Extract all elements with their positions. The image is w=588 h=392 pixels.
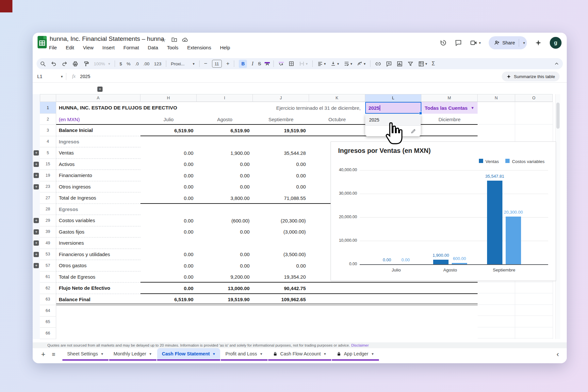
paint-format-icon[interactable] <box>83 61 89 67</box>
sheet-tab-app-ledger[interactable]: App Ledger▼ <box>332 348 379 361</box>
print-icon[interactable] <box>72 61 78 67</box>
font-size-input[interactable]: 11 <box>212 60 222 68</box>
insert-link-button[interactable] <box>375 61 381 67</box>
summarize-table-button[interactable]: Summarize this table <box>502 72 560 81</box>
sheet-tab-sheet-settings[interactable]: Sheet Settings▼ <box>62 348 108 361</box>
month-header-septiembre[interactable]: Septiembre <box>253 114 309 125</box>
value-cell-I5[interactable]: 1,900.00 <box>197 147 253 159</box>
row-header-65[interactable]: 65 <box>40 317 56 328</box>
sheet-tab-cash-flow-account[interactable]: Cash Flow Account▼ <box>268 348 331 361</box>
row-header-62[interactable]: 62 <box>40 283 56 294</box>
hide-toolbar-icon[interactable] <box>554 61 560 67</box>
number-format-button[interactable]: 123 <box>154 61 162 66</box>
vertical-scrollbar[interactable] <box>555 94 560 339</box>
row-group-expand-button[interactable]: + <box>34 218 39 223</box>
row-label-cell[interactable]: Otros gastos <box>56 260 140 271</box>
column-header-I[interactable]: I <box>197 94 253 102</box>
column-header-J[interactable]: J <box>253 94 309 102</box>
value-cell-J27[interactable]: 71,088.55 <box>253 192 309 204</box>
font-size-increase[interactable]: + <box>226 60 230 67</box>
borders-button[interactable] <box>288 61 294 67</box>
value-cell-I39[interactable]: 0.00 <box>197 226 253 238</box>
add-sheet-icon[interactable]: + <box>41 350 45 359</box>
row-header-27[interactable]: 27 <box>40 192 56 204</box>
zoom-select[interactable]: 100% ▾ <box>94 61 110 66</box>
row-group-expand-button[interactable]: + <box>34 173 39 178</box>
value-cell-I23[interactable]: 0.00 <box>197 181 253 193</box>
row-header-39[interactable]: 39 <box>40 226 56 238</box>
row-group-expand-button[interactable]: + <box>34 240 39 246</box>
menu-help[interactable]: Help <box>220 45 230 50</box>
row-group-expand-button[interactable]: + <box>34 252 39 257</box>
row-label-cell[interactable]: Gastos fijos <box>56 226 140 238</box>
value-cell-J53[interactable]: (3,500.00) <box>253 249 309 260</box>
insert-chart-button[interactable] <box>397 61 403 67</box>
sheet-tab-cash-flow-statement[interactable]: Cash Flow Statement▼ <box>157 348 220 361</box>
row-label-cell[interactable]: Activos <box>56 159 140 170</box>
menu-insert[interactable]: Insert <box>102 45 115 50</box>
value-cell-J19[interactable]: 0.00 <box>253 170 309 181</box>
value-cell-I29[interactable]: (600.00) <box>197 215 253 226</box>
row-header-66[interactable]: 66 <box>40 328 56 339</box>
value-cell-J3[interactable]: 19,519.90 <box>253 125 309 136</box>
toolbar-search-icon[interactable] <box>40 61 46 67</box>
disclaimer-link[interactable]: Disclaimer <box>351 343 369 347</box>
menu-tools[interactable]: Tools <box>167 45 178 50</box>
row-label-cell[interactable]: Ingresos <box>56 136 140 148</box>
row-header-2[interactable]: 2 <box>40 114 56 125</box>
row-header-61[interactable]: 61 <box>40 271 56 283</box>
comments-icon[interactable] <box>455 39 462 46</box>
value-cell-I3[interactable]: 6,519.90 <box>197 125 253 136</box>
row-group-expand-button[interactable]: + <box>34 150 39 155</box>
value-cell-I57[interactable]: 0.00 <box>197 260 253 271</box>
row-label-cell[interactable]: Total de Egresos <box>56 271 140 283</box>
value-cell-H61[interactable]: 0.00 <box>140 271 197 283</box>
column-header-N[interactable]: N <box>478 94 515 102</box>
row-label-cell[interactable]: Flujo Neto de Efectivo <box>56 283 140 294</box>
value-cell-H29[interactable]: 0.00 <box>140 215 197 226</box>
share-button[interactable]: Share ▾ <box>489 36 527 49</box>
menu-view[interactable]: View <box>83 45 93 50</box>
row-group-expand-button[interactable]: + <box>34 229 39 235</box>
embedded-chart[interactable]: Ingresos por Ventas (en MXN) VentasCosto… <box>331 141 556 281</box>
column-header-L[interactable]: L <box>365 94 421 102</box>
row-header-1[interactable]: 1 <box>40 102 56 114</box>
text-wrap-button[interactable]: ▾ <box>344 61 352 67</box>
row-label-cell[interactable] <box>56 317 140 328</box>
scrollbar-thumb[interactable] <box>556 103 560 129</box>
value-cell-H57[interactable]: 0.00 <box>140 260 197 271</box>
value-cell-J23[interactable]: 0.00 <box>253 181 309 193</box>
undo-icon[interactable] <box>51 61 57 67</box>
row-header-4[interactable]: 4 <box>40 136 56 148</box>
star-icon[interactable]: ☆ <box>161 37 166 44</box>
row-header-57[interactable]: 57 <box>40 260 56 271</box>
value-cell-J29[interactable]: (20,300.00) <box>253 215 309 226</box>
value-cell-J61[interactable]: 19,354.20 <box>253 271 309 283</box>
row-label-cell[interactable]: Egresos <box>56 204 140 215</box>
row-label-cell[interactable]: Financieros y utilidades <box>56 249 140 260</box>
month-header-diciembre[interactable]: Diciembre <box>421 114 478 125</box>
legend-item-Costos variables[interactable]: Costos variables <box>505 159 545 164</box>
sheet-tab-profit-and-loss[interactable]: Profit and Loss▼ <box>221 348 268 361</box>
value-cell-H5[interactable]: 0.00 <box>140 147 197 159</box>
value-cell-J39[interactable]: (3,000.00) <box>253 226 309 238</box>
share-dropdown-arrow[interactable]: ▾ <box>523 41 525 45</box>
row-header-23[interactable]: 23 <box>40 181 56 193</box>
column-header-K[interactable]: K <box>309 94 365 102</box>
row-header-63[interactable]: 63 <box>40 294 56 305</box>
row-label-cell[interactable]: Financiamiento <box>56 170 140 181</box>
value-cell-J57[interactable]: 0.00 <box>253 260 309 271</box>
select-all-corner[interactable] <box>40 94 56 102</box>
decrease-decimals-button[interactable]: .0 <box>135 61 139 66</box>
increase-decimals-button[interactable]: .00 <box>143 61 150 66</box>
month-header-agosto[interactable]: Agosto <box>197 114 253 125</box>
strikethrough-button[interactable]: S <box>258 61 261 66</box>
cell-A2-currency[interactable]: (en MXN) <box>56 114 140 125</box>
text-rotation-button[interactable]: ▾ <box>357 61 366 67</box>
functions-button[interactable]: Σ <box>432 61 435 67</box>
create-filter-button[interactable] <box>407 61 414 67</box>
cell-M1-account-filter[interactable]: Todas las Cuentas▼ <box>421 102 478 114</box>
value-cell-H53[interactable]: 0.00 <box>140 249 197 260</box>
row-group-expand-button[interactable]: + <box>34 184 39 189</box>
sheets-logo-icon[interactable] <box>37 36 47 49</box>
